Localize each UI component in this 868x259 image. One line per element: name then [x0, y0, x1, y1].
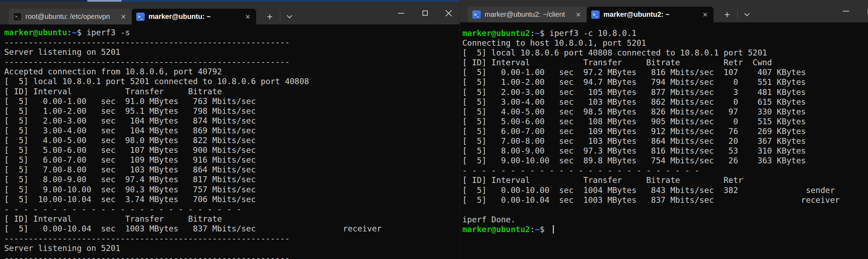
terminal-line: [ 5] 4.00-5.00 sec 98.0 MBytes 822 Mbits… [4, 135, 460, 145]
terminal-line: [ 5] 3.00-4.00 sec 103 MBytes 862 Mbits/… [462, 97, 868, 107]
terminal-text-segment: [ 5] 10.00-10.04 sec 3.74 MBytes 706 Mbi… [4, 195, 256, 204]
terminal-text-segment: [ 5] 4.00-5.00 sec 98.5 MBytes 826 Mbits… [462, 107, 806, 116]
minimize-icon [398, 13, 404, 14]
terminal-line: [ 5] 5.00-6.00 sec 107 MBytes 900 Mbits/… [4, 145, 460, 155]
close-icon [445, 9, 453, 17]
terminal-line: [ 5] 0.00-1.00 sec 97.2 MBytes 816 Mbits… [462, 67, 868, 77]
powershell-icon: >_ [472, 10, 481, 19]
close-tab-icon[interactable]: × [120, 13, 127, 20]
terminal-line: [ ID] Interval Transfer Bitrate Retr [462, 175, 868, 185]
terminal-text-segment: $ [540, 225, 550, 234]
terminal-line: [ ID] Interval Transfer Bitrate [4, 214, 460, 224]
bash-terminal-icon: >_ [13, 13, 22, 21]
tab-title: marker@ubuntu2: ~ [603, 10, 698, 18]
terminal-text-segment: [ ID] Interval Transfer Bitrate [4, 87, 222, 96]
terminal-line: [ 5] 4.00-5.00 sec 98.5 MBytes 826 Mbits… [462, 107, 868, 117]
tab-bar: >_ root@ubuntu: /etc/openvpn × >_ marker… [0, 2, 460, 24]
terminal-window-server: >_ root@ubuntu: /etc/openvpn × >_ marker… [0, 2, 460, 259]
maximize-button[interactable] [414, 2, 436, 24]
terminal-line [462, 205, 868, 215]
tab-root-ubuntu-openvpn[interactable]: >_ root@ubuntu: /etc/openvpn × [9, 9, 132, 24]
terminal-line: Accepted connection from 10.8.0.6, port … [4, 67, 460, 76]
terminal-text-segment: $ iperf3 -c 10.8.0.1 [540, 29, 637, 38]
terminal-output-client[interactable]: marker@ubuntu2:~$ iperf3 -c 10.8.0.1Conn… [460, 22, 868, 259]
tab-marker-ubuntu[interactable]: >_ marker@ubuntu: ~ × [132, 9, 256, 24]
terminal-line: [ 5] 0.00-10.04 sec 1003 MBytes 837 Mbit… [462, 195, 868, 205]
terminal-text-segment: - - - - - - - - - - - - - - - - - - - - … [4, 205, 241, 214]
close-window-button[interactable] [438, 2, 460, 24]
terminal-line: [ 5] 1.00-2.00 sec 94.7 MBytes 794 Mbits… [462, 77, 868, 87]
terminal-text-segment: [ 5] 1.00-2.00 sec 94.7 MBytes 794 Mbits… [462, 77, 806, 87]
terminal-text-segment: [ 5] 3.00-4.00 sec 104 MBytes 869 Mbits/… [4, 126, 256, 135]
terminal-text-segment: [ 5] 2.00-3.00 sec 105 MBytes 877 Mbits/… [462, 88, 806, 97]
close-tab-icon[interactable]: × [702, 11, 709, 18]
new-tab-button[interactable]: + [719, 7, 735, 22]
terminal-text-segment: Accepted connection from 10.8.0.6, port … [4, 67, 222, 76]
tab-marker-ubuntu2[interactable]: >_ marker@ubuntu2: ~ × [587, 7, 714, 22]
terminal-text-segment: [ 5] 2.00-3.00 sec 104 MBytes 874 Mbits/… [4, 116, 256, 125]
terminal-window-client: >_ marker@ubuntu2: ~/client × >_ marker@… [460, 0, 868, 259]
terminal-line: ----------------------------------------… [4, 57, 460, 67]
terminal-line: [ 5] 8.00-9.00 sec 97.4 MBytes 817 Mbits… [4, 175, 460, 184]
open-new-tab-dropdown-button[interactable] [282, 9, 296, 24]
chevron-down-icon [287, 13, 292, 18]
terminal-line: [ 5] 9.00-10.00 sec 89.8 MBytes 754 Mbit… [462, 156, 868, 165]
terminal-line: [ ID] Interval Transfer Bitrate Retr Cwn… [462, 58, 868, 67]
terminal-text-segment: Server listening on 5201 [4, 47, 120, 57]
terminal-line: [ 5] 2.00-3.00 sec 104 MBytes 874 Mbits/… [4, 116, 460, 126]
terminal-line: [ 5] 7.00-8.00 sec 103 MBytes 864 Mbits/… [4, 165, 460, 175]
terminal-text-segment: [ 5] 0.00-10.00 sec 1004 MBytes 843 Mbit… [462, 186, 835, 195]
terminal-text-segment: Server listening on 5201 [4, 244, 120, 253]
terminal-text-segment: : [530, 225, 535, 234]
minimize-button[interactable] [835, 0, 857, 22]
maximize-button[interactable] [859, 0, 868, 22]
terminal-text-segment: ----------------------------------------… [4, 57, 290, 66]
close-tab-icon[interactable]: × [244, 13, 251, 20]
terminal-text-segment: [ 5] 5.00-6.00 sec 107 MBytes 900 Mbits/… [4, 146, 256, 155]
tab-bar: >_ marker@ubuntu2: ~/client × >_ marker@… [460, 0, 868, 22]
terminal-text-segment: [ 5] 7.00-8.00 sec 103 MBytes 864 Mbits/… [4, 165, 256, 174]
terminal-line: [ 5] 0.00-10.04 sec 1003 MBytes 837 Mbit… [4, 224, 460, 234]
terminal-line: [ 5] 0.00-1.00 sec 91.0 MBytes 763 Mbits… [4, 96, 460, 106]
tab-title: marker@ubuntu: ~ [149, 13, 240, 21]
terminal-line: [ 5] 9.00-10.00 sec 90.3 MBytes 757 Mbit… [4, 185, 460, 194]
terminal-line: Connecting to host 10.8.0.1, port 5201 [462, 38, 868, 48]
terminal-output-server[interactable]: marker@ubuntu:~$ iperf3 -s--------------… [0, 24, 460, 259]
terminal-text-segment: ----------------------------------------… [4, 234, 290, 243]
terminal-line: iperf Done. [462, 215, 868, 224]
terminal-text-segment: [ ID] Interval Transfer Bitrate [4, 214, 222, 223]
terminal-text-segment: [ 5] local 10.8.0.6 port 40808 connected… [462, 48, 767, 57]
terminal-text-segment: [ 5] 0.00-1.00 sec 97.2 MBytes 816 Mbits… [462, 68, 806, 77]
open-new-tab-dropdown-button[interactable] [740, 7, 754, 22]
terminal-line: ----------------------------------------… [4, 37, 460, 47]
minimize-icon [843, 11, 849, 12]
terminal-text-segment: iperf Done. [462, 215, 515, 224]
powershell-icon: >_ [136, 13, 145, 21]
terminal-text-segment: [ 5] 8.00-9.00 sec 97.4 MBytes 817 Mbits… [4, 175, 256, 184]
chevron-down-icon [744, 11, 750, 16]
terminal-text-segment: ----------------------------------------… [4, 253, 290, 259]
terminal-text-segment: [ 5] 9.00-10.00 sec 90.3 MBytes 757 Mbit… [4, 185, 256, 194]
terminal-text-segment: [ 5] 7.00-8.00 sec 103 MBytes 864 Mbits/… [462, 136, 806, 146]
terminal-line: [ 5] local 10.8.0.6 port 40808 connected… [462, 48, 868, 58]
tab-marker-ubuntu2-client[interactable]: >_ marker@ubuntu2: ~/client × [468, 7, 587, 22]
new-tab-button[interactable]: + [262, 9, 278, 24]
terminal-line: [ 5] 6.00-7.00 sec 109 MBytes 912 Mbits/… [462, 126, 868, 136]
terminal-text-segment: [ 5] 9.00-10.00 sec 89.8 MBytes 754 Mbit… [462, 156, 806, 165]
terminal-line: ----------------------------------------… [4, 234, 460, 243]
terminal-line: Server listening on 5201 [4, 243, 460, 253]
terminal-text-segment: [ 5] 4.00-5.00 sec 98.0 MBytes 822 Mbits… [4, 136, 256, 145]
terminal-line: [ ID] Interval Transfer Bitrate [4, 87, 460, 96]
terminal-line: [ 5] 10.00-10.04 sec 3.74 MBytes 706 Mbi… [4, 194, 460, 204]
text-cursor [553, 225, 554, 234]
terminal-line: ----------------------------------------… [4, 253, 460, 259]
close-tab-icon[interactable]: × [575, 11, 582, 18]
minimize-button[interactable] [390, 2, 412, 24]
terminal-line: [ 5] local 10.8.0.1 port 5201 connected … [4, 76, 460, 86]
terminal-line: [ 5] 5.00-6.00 sec 108 MBytes 905 Mbits/… [462, 117, 868, 126]
terminal-text-segment: - - - - - - - - - - - - - - - - - - - - … [462, 166, 700, 175]
terminal-text-segment: [ 5] 1.00-2.00 sec 95.1 MBytes 798 Mbits… [4, 106, 256, 116]
terminal-text-segment: [ 5] 0.00-1.00 sec 91.0 MBytes 763 Mbits… [4, 97, 256, 106]
terminal-text-segment: marker@ubuntu [4, 28, 67, 37]
terminal-line: - - - - - - - - - - - - - - - - - - - - … [4, 204, 460, 214]
